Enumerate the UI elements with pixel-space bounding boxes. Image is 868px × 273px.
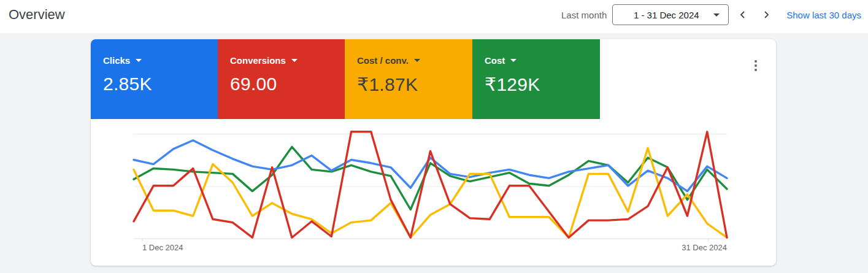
metric-tiles: Clicks 2.85K Conversions 69.00 Cost / co… (91, 39, 600, 119)
triangle-down-icon (510, 59, 517, 62)
metric-tile-cost[interactable]: Cost ₹129K (472, 39, 600, 119)
performance-line-chart[interactable]: 1 Dec 2024 31 Dec 2024 (91, 125, 776, 260)
overview-summary-card: Clicks 2.85K Conversions 69.00 Cost / co… (91, 39, 776, 266)
chevron-left-icon (739, 10, 747, 19)
metric-value: ₹1.87K (357, 74, 472, 95)
x-axis-start-label: 1 Dec 2024 (142, 243, 183, 252)
triangle-down-icon (291, 59, 298, 62)
chevron-right-icon (762, 10, 770, 19)
metric-label: Conversions (230, 55, 286, 66)
series-line-conversions (134, 132, 727, 237)
metric-tile-cost-per-conv[interactable]: Cost / conv. ₹1.87K (345, 39, 472, 119)
metric-label: Clicks (103, 55, 130, 66)
kebab-icon (755, 69, 757, 71)
metric-tile-conversions[interactable]: Conversions 69.00 (218, 39, 345, 119)
show-last-30-days-link[interactable]: Show last 30 days (786, 10, 861, 20)
triangle-down-icon (414, 59, 420, 62)
date-toolbar: Last month 1 - 31 Dec 2024 Show last 30 … (561, 4, 861, 25)
metric-tile-clicks[interactable]: Clicks 2.85K (91, 39, 218, 119)
next-period-button[interactable] (757, 6, 775, 24)
date-range-value: 1 - 31 Dec 2024 (624, 10, 709, 20)
card-overflow-menu-button[interactable] (748, 56, 763, 75)
kebab-icon (755, 64, 757, 67)
triangle-down-icon (713, 13, 720, 17)
date-range-selector[interactable]: 1 - 31 Dec 2024 (612, 4, 729, 25)
line-chart-canvas: 1 Dec 2024 31 Dec 2024 (91, 125, 776, 260)
kebab-icon (755, 60, 757, 63)
series-line-clicks (134, 140, 727, 191)
metric-value: 2.85K (103, 74, 218, 94)
x-axis-end-label: 31 Dec 2024 (682, 243, 727, 252)
page-title: Overview (9, 7, 65, 23)
date-range-preset-label: Last month (561, 10, 607, 20)
metric-value: 69.00 (230, 74, 345, 94)
previous-period-button[interactable] (734, 6, 752, 24)
metric-label: Cost (485, 55, 505, 66)
metric-value: ₹129K (485, 74, 600, 95)
triangle-down-icon (136, 59, 142, 62)
top-bar: Overview Last month 1 - 31 Dec 2024 Show… (0, 0, 868, 33)
series-line-cost-conv- (134, 148, 727, 237)
chart-series-layer (134, 132, 727, 237)
metric-label: Cost / conv. (357, 55, 409, 66)
